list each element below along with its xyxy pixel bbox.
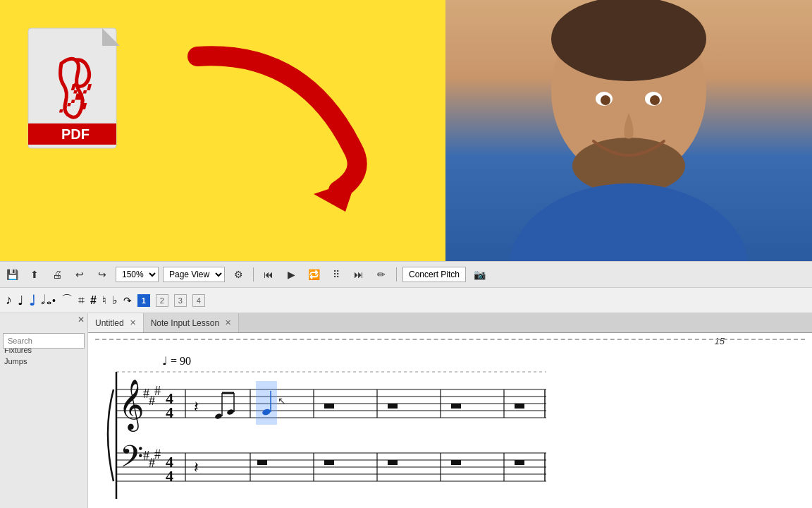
tab-note-input-close[interactable]: ✕ (225, 318, 231, 327)
video-thumbnail: ꭗ PDF (0, 0, 812, 261)
rewind-button[interactable]: ⏮ (259, 265, 278, 284)
svg-text:#: # (154, 384, 161, 398)
sidebar-close-button[interactable]: ✕ (78, 315, 85, 325)
undo-button[interactable]: ↩ (70, 265, 89, 284)
music-score-svg: 𝄞 # # # 4 4 𝄽 (95, 361, 560, 508)
save-button[interactable]: 💾 (3, 265, 21, 284)
svg-point-13 (601, 95, 610, 105)
tie-tool[interactable]: ⌒ (61, 293, 73, 308)
sharp-tool[interactable]: # (90, 294, 97, 307)
person-overlay (445, 0, 812, 261)
svg-point-8 (551, 0, 706, 81)
curved-arrow-svg (176, 42, 388, 212)
search-input[interactable] (3, 333, 85, 349)
loop-button[interactable]: 🔁 (304, 265, 323, 284)
svg-rect-45 (388, 404, 398, 409)
tab-untitled-close[interactable]: ✕ (130, 318, 136, 327)
svg-text:PDF: PDF (61, 126, 90, 142)
tab-note-input-lesson[interactable]: Note Input Lesson ✕ (144, 313, 239, 332)
svg-text:𝄽: 𝄽 (195, 401, 198, 411)
edit-button[interactable]: ✏ (372, 265, 390, 284)
svg-point-36 (214, 413, 223, 420)
voice-3-button[interactable]: 3 (174, 294, 187, 307)
tab-untitled[interactable]: Untitled ✕ (88, 313, 144, 332)
camera-button[interactable]: 📷 (470, 265, 488, 284)
divider-2 (396, 267, 397, 282)
arrow-graphic (176, 42, 374, 205)
concert-pitch-button[interactable]: Concert Pitch (402, 267, 466, 282)
svg-point-38 (226, 409, 235, 416)
svg-rect-46 (451, 404, 461, 409)
score-area: 15 ♩ = 90 𝄞 # # # 4 4 (88, 333, 812, 508)
svg-point-14 (650, 95, 660, 105)
svg-rect-67 (257, 460, 267, 465)
redo-button[interactable]: ↪ (93, 265, 111, 284)
mixer-button[interactable]: ⚙ (229, 265, 247, 284)
sidebar-item-jumps[interactable]: Jumps (0, 356, 87, 367)
natural-tool[interactable]: ♮ (102, 294, 106, 307)
voice-4-button[interactable]: 4 (192, 294, 205, 307)
flat-tool[interactable]: ♭ (112, 294, 118, 307)
svg-rect-70 (451, 460, 461, 465)
pdf-icon-container: ꭗ PDF (25, 25, 127, 162)
eighth-note-tool[interactable]: ♪ (6, 293, 12, 308)
tab-untitled-label: Untitled (95, 318, 124, 328)
dot-tool[interactable]: • (52, 295, 56, 306)
cursor-position: ↖ (278, 395, 286, 406)
svg-text:𝄢: 𝄢 (120, 440, 143, 480)
record-button[interactable]: ⏭ (350, 265, 368, 284)
svg-point-10 (509, 183, 749, 261)
svg-text:4: 4 (166, 404, 173, 421)
measure-number: 15 (712, 333, 727, 349)
triplet-tool[interactable]: ⌗ (78, 294, 85, 307)
upload-button[interactable]: ⬆ (25, 265, 44, 284)
svg-rect-44 (324, 404, 334, 409)
svg-rect-41 (256, 381, 277, 425)
svg-rect-69 (388, 460, 398, 465)
voice-1-button[interactable]: 1 (137, 294, 150, 307)
quarter-note-tool[interactable]: ♩ (29, 292, 35, 309)
tab-note-input-lesson-label: Note Input Lesson (151, 318, 219, 328)
svg-text:#: # (154, 447, 161, 461)
voice-2-button[interactable]: 2 (156, 294, 168, 307)
svg-rect-68 (324, 460, 334, 465)
main-toolbar: 💾 ⬆ 🖨 ↩ ↪ 150% 100% 75% 200% Page View P… (0, 261, 812, 288)
divider-1 (253, 267, 254, 282)
notes-toolbar: ♪ ♩ ♩ 𝅗𝅥 𝅝 • ⌒ ⌗ # ♮ ♭ ↷ 1 2 3 4 (0, 288, 812, 313)
tab-bar: Untitled ✕ Note Input Lesson ✕ (88, 313, 812, 333)
flip-tool[interactable]: ↷ (123, 295, 132, 306)
zoom-select[interactable]: 150% 100% 75% 200% (116, 267, 159, 282)
svg-text:4: 4 (166, 467, 173, 485)
svg-text:𝄞: 𝄞 (118, 380, 144, 433)
svg-rect-71 (515, 460, 524, 465)
play-button[interactable]: ▶ (282, 265, 300, 284)
person-svg (445, 0, 812, 261)
svg-rect-47 (515, 404, 524, 409)
dotted-eighth-note-tool[interactable]: ♩ (18, 293, 23, 308)
print-button[interactable]: 🖨 (48, 265, 66, 284)
pdf-document-icon: ꭗ PDF (25, 25, 127, 162)
view-mode-select[interactable]: Page View Panorama (163, 267, 225, 282)
page-boundary (95, 339, 805, 340)
click-button[interactable]: ⠿ (327, 265, 345, 284)
